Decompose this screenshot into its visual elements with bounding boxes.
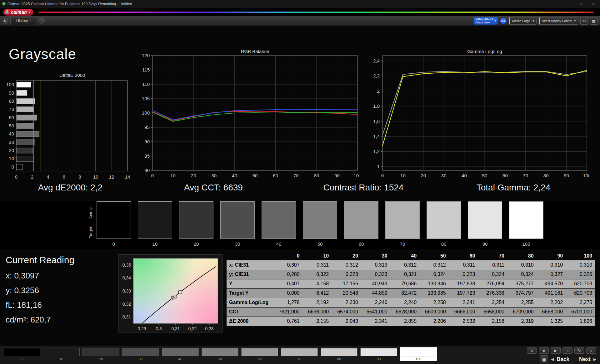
- transport-icon-2[interactable]: ▶: [551, 347, 561, 354]
- table-cell: 6628,000: [391, 307, 420, 317]
- pattern-level-60[interactable]: 60: [241, 348, 278, 361]
- pattern-level-20[interactable]: 20: [82, 348, 119, 361]
- row-label: CCT: [227, 307, 273, 317]
- svg-text:8: 8: [78, 174, 81, 180]
- stat-avg-cct: Avg CCT: 6639: [149, 183, 278, 193]
- table-row: Gamma Log/Log1,2782,1922,2302,2462,2402,…: [227, 298, 595, 307]
- measurement-marker: [171, 296, 174, 299]
- svg-text:0,33: 0,33: [205, 326, 213, 331]
- settings-gear-button[interactable]: ⚙: [580, 17, 588, 25]
- pattern-level-10[interactable]: 10: [43, 348, 80, 361]
- grayscale-swatch-80: 80: [427, 201, 461, 247]
- next-arrow-icon: ▶: [593, 357, 596, 362]
- svg-text:1: 1: [377, 164, 380, 169]
- transport-icon-3[interactable]: ⌂: [562, 347, 572, 354]
- meter-select-button[interactable]: X-Rite i1Pro 3 Direct View ▾: [473, 17, 498, 25]
- history-panel-toggle[interactable]: ▶: [2, 18, 8, 24]
- pattern-level-50[interactable]: 50: [202, 348, 238, 361]
- swatch-actual: [509, 201, 543, 222]
- transport-icon-4[interactable]: ↻: [574, 347, 584, 354]
- tab-history-1[interactable]: History 1: [10, 17, 37, 25]
- pattern-level-30[interactable]: 30: [122, 348, 159, 361]
- deltae-bar-30: [17, 140, 35, 145]
- pattern-level-40[interactable]: 40: [162, 348, 199, 361]
- row-label: Gamma Log/Log: [227, 298, 273, 307]
- target-row-label: Target: [88, 219, 93, 246]
- svg-text:100: 100: [583, 173, 589, 178]
- close-button[interactable]: ×: [587, 0, 600, 8]
- window-title: Calman 2025 Calman Ultimate for Business…: [8, 2, 132, 6]
- svg-text:1,2: 1,2: [373, 149, 380, 154]
- back-button[interactable]: Back: [557, 356, 569, 362]
- svg-text:95: 95: [144, 125, 150, 130]
- swatch-level-label: 70: [385, 241, 420, 247]
- table-cell: 1,278: [273, 298, 303, 307]
- chevron-down-icon: ▾: [494, 19, 496, 22]
- maximize-button[interactable]: □: [574, 0, 587, 8]
- display-control-button[interactable]: Direct Display Control ▾: [539, 17, 578, 25]
- source-select-button[interactable]: Mobile Forge ▾: [509, 17, 537, 25]
- svg-text:2: 2: [31, 174, 33, 180]
- swatch-target: [262, 222, 296, 239]
- target-marker: [179, 291, 182, 294]
- transport-icon-5[interactable]: »: [586, 347, 596, 354]
- table-col-20: 20: [332, 252, 361, 260]
- table-col-30: 30: [361, 252, 391, 260]
- pattern-level-70[interactable]: 70: [281, 348, 318, 361]
- table-cell: 2,206: [420, 317, 449, 326]
- svg-text:115: 115: [142, 67, 150, 72]
- svg-text:0,35: 0,35: [122, 263, 131, 268]
- swatch-level-label: 50: [303, 241, 337, 247]
- pattern-swatch: [3, 348, 40, 356]
- pattern-level-label: 10: [43, 357, 80, 361]
- calman-menu-button[interactable]: calman ▾: [3, 9, 33, 16]
- next-button[interactable]: Next: [579, 356, 591, 362]
- deltae-bar-40: [17, 131, 39, 137]
- swatch-level-label: 10: [138, 241, 172, 247]
- chevron-down-icon: ▾: [532, 19, 534, 22]
- table-cell: 0,324: [478, 270, 508, 279]
- measurement-table-wrap: 0102030405060708090100x: CIE310,3070,311…: [227, 252, 595, 326]
- pattern-window-button[interactable]: ▣: [540, 355, 548, 363]
- swatch-level-label: 40: [262, 241, 296, 247]
- table-cell: 0,324: [508, 270, 537, 279]
- swatch-level-label: 30: [220, 241, 255, 247]
- table-cell: 0,323: [449, 270, 478, 279]
- grayscale-swatch-10: 10: [138, 201, 172, 247]
- table-cell: 6658,000: [478, 307, 508, 317]
- source-name: Mobile Forge: [512, 19, 530, 23]
- meter-status-badge[interactable]: 695: [500, 17, 507, 24]
- layout-grid-button[interactable]: ▦: [590, 17, 598, 25]
- table-cell: 2,240: [391, 298, 420, 307]
- pattern-level-80[interactable]: 80: [321, 348, 358, 361]
- swatch-target: [427, 222, 461, 239]
- transport-icon-0[interactable]: ⊞: [527, 347, 537, 354]
- app-icon: [2, 2, 6, 6]
- reading-x: x: 0,3097: [6, 271, 39, 281]
- svg-text:0,29: 0,29: [138, 326, 146, 331]
- transport-icon-1[interactable]: ■: [539, 347, 549, 354]
- deltae-bar-90: [17, 90, 27, 96]
- minimize-button[interactable]: –: [561, 0, 574, 8]
- svg-text:40: 40: [462, 173, 467, 178]
- table-cell: 2,230: [332, 298, 361, 307]
- chevron-down-icon: ▾: [574, 19, 576, 22]
- pattern-level-100[interactable]: 100: [400, 347, 437, 361]
- svg-text:0: 0: [15, 174, 18, 180]
- pattern-level-90[interactable]: 90: [360, 348, 397, 361]
- table-cell: 6701,000: [566, 307, 595, 317]
- table-col-10: 10: [303, 252, 332, 260]
- table-cell: 0,407: [273, 279, 303, 288]
- swatch-target: [220, 222, 255, 239]
- table-cell: 2,255: [508, 298, 537, 307]
- table-cell: 1,325: [537, 317, 566, 326]
- add-tab-button[interactable]: +: [39, 18, 45, 24]
- table-cell: 0,313: [361, 260, 391, 270]
- grayscale-swatch-40: 40: [262, 201, 296, 247]
- table-cell: 197,538: [449, 279, 478, 288]
- row-label: Y: [227, 279, 273, 288]
- pattern-level-0[interactable]: 0: [3, 348, 40, 361]
- bottom-bar: 0102030405060708090100 ⊞■▶⌂↻» ▣ ◀ Back N…: [0, 346, 600, 364]
- svg-text:10: 10: [93, 174, 98, 180]
- swatch-target: [179, 222, 213, 239]
